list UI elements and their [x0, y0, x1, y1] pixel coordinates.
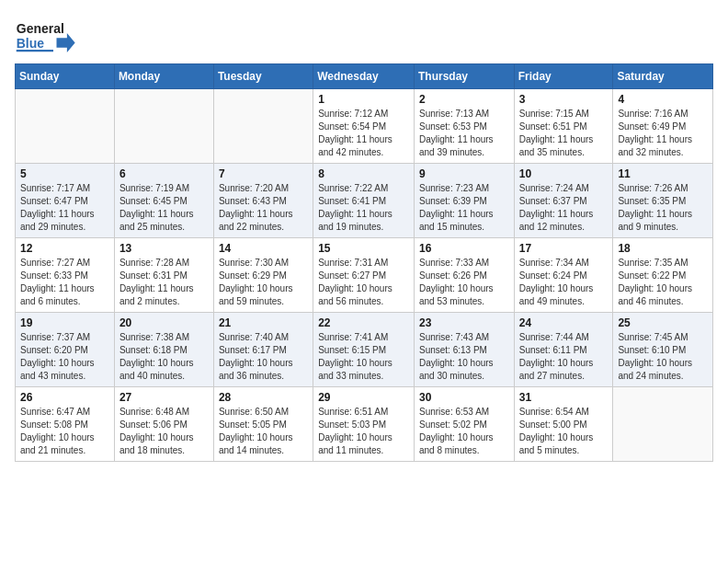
- day-number: 27: [119, 391, 209, 404]
- day-info: Sunrise: 6:47 AM Sunset: 5:08 PM Dayligh…: [20, 406, 109, 457]
- day-number: 3: [519, 93, 609, 106]
- day-info: Sunrise: 7:40 AM Sunset: 6:17 PM Dayligh…: [219, 331, 308, 383]
- calendar-week-row: 1Sunrise: 7:12 AM Sunset: 6:54 PM Daylig…: [16, 89, 713, 164]
- day-info: Sunrise: 7:17 AM Sunset: 6:47 PM Dayligh…: [20, 182, 109, 234]
- page-header: General Blue: [15, 15, 713, 56]
- calendar-cell: 20Sunrise: 7:38 AM Sunset: 6:18 PM Dayli…: [114, 313, 213, 387]
- calendar-cell: 4Sunrise: 7:16 AM Sunset: 6:49 PM Daylig…: [613, 89, 713, 164]
- calendar-cell: 11Sunrise: 7:26 AM Sunset: 6:35 PM Dayli…: [613, 164, 713, 238]
- day-number: 10: [519, 167, 609, 180]
- day-number: 23: [419, 316, 509, 329]
- day-number: 30: [419, 391, 509, 404]
- svg-text:Blue: Blue: [17, 36, 45, 51]
- calendar-cell: 18Sunrise: 7:35 AM Sunset: 6:22 PM Dayli…: [613, 238, 713, 313]
- day-number: 8: [318, 167, 409, 180]
- day-number: 9: [419, 167, 509, 180]
- day-info: Sunrise: 7:27 AM Sunset: 6:33 PM Dayligh…: [20, 257, 109, 308]
- calendar-week-row: 12Sunrise: 7:27 AM Sunset: 6:33 PM Dayli…: [16, 238, 713, 313]
- day-info: Sunrise: 6:50 AM Sunset: 5:05 PM Dayligh…: [219, 406, 308, 457]
- day-info: Sunrise: 7:35 AM Sunset: 6:22 PM Dayligh…: [618, 257, 708, 308]
- day-info: Sunrise: 7:31 AM Sunset: 6:27 PM Dayligh…: [318, 257, 409, 308]
- day-info: Sunrise: 7:33 AM Sunset: 6:26 PM Dayligh…: [419, 257, 509, 308]
- day-number: 11: [618, 167, 708, 180]
- calendar-cell: 26Sunrise: 6:47 AM Sunset: 5:08 PM Dayli…: [16, 387, 115, 462]
- calendar-week-row: 26Sunrise: 6:47 AM Sunset: 5:08 PM Dayli…: [16, 387, 713, 462]
- calendar-cell: [114, 89, 213, 164]
- day-info: Sunrise: 7:16 AM Sunset: 6:49 PM Dayligh…: [618, 108, 708, 159]
- day-info: Sunrise: 7:37 AM Sunset: 6:20 PM Dayligh…: [20, 331, 109, 383]
- calendar-cell: 13Sunrise: 7:28 AM Sunset: 6:31 PM Dayli…: [114, 238, 213, 313]
- calendar-cell: 8Sunrise: 7:22 AM Sunset: 6:41 PM Daylig…: [313, 164, 415, 238]
- calendar-cell: 21Sunrise: 7:40 AM Sunset: 6:17 PM Dayli…: [213, 313, 313, 387]
- calendar-cell: 6Sunrise: 7:19 AM Sunset: 6:45 PM Daylig…: [114, 164, 213, 238]
- calendar-cell: 29Sunrise: 6:51 AM Sunset: 5:03 PM Dayli…: [313, 387, 415, 462]
- calendar-cell: 24Sunrise: 7:44 AM Sunset: 6:11 PM Dayli…: [514, 313, 613, 387]
- day-number: 4: [618, 93, 708, 106]
- calendar-cell: 28Sunrise: 6:50 AM Sunset: 5:05 PM Dayli…: [213, 387, 313, 462]
- weekday-header-tuesday: Tuesday: [213, 64, 313, 89]
- day-info: Sunrise: 7:13 AM Sunset: 6:53 PM Dayligh…: [419, 108, 509, 159]
- calendar-cell: 14Sunrise: 7:30 AM Sunset: 6:29 PM Dayli…: [213, 238, 313, 313]
- day-number: 6: [119, 167, 209, 180]
- calendar-cell: 7Sunrise: 7:20 AM Sunset: 6:43 PM Daylig…: [213, 164, 313, 238]
- day-number: 7: [219, 167, 308, 180]
- calendar-cell: 16Sunrise: 7:33 AM Sunset: 6:26 PM Dayli…: [414, 238, 514, 313]
- calendar-cell: [613, 387, 713, 462]
- day-number: 19: [20, 316, 109, 329]
- day-info: Sunrise: 6:48 AM Sunset: 5:06 PM Dayligh…: [119, 406, 209, 457]
- day-info: Sunrise: 7:20 AM Sunset: 6:43 PM Dayligh…: [219, 182, 308, 234]
- calendar-cell: 25Sunrise: 7:45 AM Sunset: 6:10 PM Dayli…: [613, 313, 713, 387]
- calendar-cell: 31Sunrise: 6:54 AM Sunset: 5:00 PM Dayli…: [514, 387, 613, 462]
- day-info: Sunrise: 7:28 AM Sunset: 6:31 PM Dayligh…: [119, 257, 209, 308]
- day-info: Sunrise: 7:23 AM Sunset: 6:39 PM Dayligh…: [419, 182, 509, 234]
- calendar-cell: 3Sunrise: 7:15 AM Sunset: 6:51 PM Daylig…: [514, 89, 613, 164]
- day-number: 13: [119, 242, 209, 255]
- calendar-week-row: 5Sunrise: 7:17 AM Sunset: 6:47 PM Daylig…: [16, 164, 713, 238]
- svg-text:General: General: [17, 21, 64, 36]
- day-info: Sunrise: 7:43 AM Sunset: 6:13 PM Dayligh…: [419, 331, 509, 383]
- weekday-header-sunday: Sunday: [16, 64, 115, 89]
- day-number: 14: [219, 242, 308, 255]
- day-info: Sunrise: 7:38 AM Sunset: 6:18 PM Dayligh…: [119, 331, 209, 383]
- day-number: 22: [318, 316, 409, 329]
- day-number: 25: [618, 316, 708, 329]
- day-number: 21: [219, 316, 308, 329]
- svg-marker-2: [57, 33, 75, 52]
- calendar-cell: [213, 89, 313, 164]
- day-number: 18: [618, 242, 708, 255]
- calendar-cell: 19Sunrise: 7:37 AM Sunset: 6:20 PM Dayli…: [16, 313, 115, 387]
- day-number: 1: [318, 93, 409, 106]
- calendar-cell: 15Sunrise: 7:31 AM Sunset: 6:27 PM Dayli…: [313, 238, 415, 313]
- day-info: Sunrise: 7:22 AM Sunset: 6:41 PM Dayligh…: [318, 182, 409, 234]
- weekday-header-friday: Friday: [514, 64, 613, 89]
- weekday-header-saturday: Saturday: [613, 64, 713, 89]
- day-number: 28: [219, 391, 308, 404]
- day-info: Sunrise: 7:26 AM Sunset: 6:35 PM Dayligh…: [618, 182, 708, 234]
- day-info: Sunrise: 7:30 AM Sunset: 6:29 PM Dayligh…: [219, 257, 308, 308]
- logo: General Blue: [15, 15, 79, 56]
- day-info: Sunrise: 7:45 AM Sunset: 6:10 PM Dayligh…: [618, 331, 708, 383]
- day-info: Sunrise: 7:12 AM Sunset: 6:54 PM Dayligh…: [318, 108, 409, 159]
- day-number: 12: [20, 242, 109, 255]
- day-info: Sunrise: 6:53 AM Sunset: 5:02 PM Dayligh…: [419, 406, 509, 457]
- day-number: 20: [119, 316, 209, 329]
- calendar-cell: [16, 89, 115, 164]
- calendar-cell: 2Sunrise: 7:13 AM Sunset: 6:53 PM Daylig…: [414, 89, 514, 164]
- day-info: Sunrise: 7:34 AM Sunset: 6:24 PM Dayligh…: [519, 257, 609, 308]
- weekday-header-wednesday: Wednesday: [313, 64, 415, 89]
- calendar-cell: 30Sunrise: 6:53 AM Sunset: 5:02 PM Dayli…: [414, 387, 514, 462]
- calendar-cell: 12Sunrise: 7:27 AM Sunset: 6:33 PM Dayli…: [16, 238, 115, 313]
- day-number: 29: [318, 391, 409, 404]
- calendar-table: SundayMondayTuesdayWednesdayThursdayFrid…: [15, 63, 713, 462]
- calendar-week-row: 19Sunrise: 7:37 AM Sunset: 6:20 PM Dayli…: [16, 313, 713, 387]
- day-number: 17: [519, 242, 609, 255]
- calendar-cell: 27Sunrise: 6:48 AM Sunset: 5:06 PM Dayli…: [114, 387, 213, 462]
- day-info: Sunrise: 6:54 AM Sunset: 5:00 PM Dayligh…: [519, 406, 609, 457]
- day-info: Sunrise: 7:44 AM Sunset: 6:11 PM Dayligh…: [519, 331, 609, 383]
- day-number: 15: [318, 242, 409, 255]
- calendar-header-row: SundayMondayTuesdayWednesdayThursdayFrid…: [16, 64, 713, 89]
- day-info: Sunrise: 6:51 AM Sunset: 5:03 PM Dayligh…: [318, 406, 409, 457]
- day-info: Sunrise: 7:41 AM Sunset: 6:15 PM Dayligh…: [318, 331, 409, 383]
- day-number: 24: [519, 316, 609, 329]
- day-number: 16: [419, 242, 509, 255]
